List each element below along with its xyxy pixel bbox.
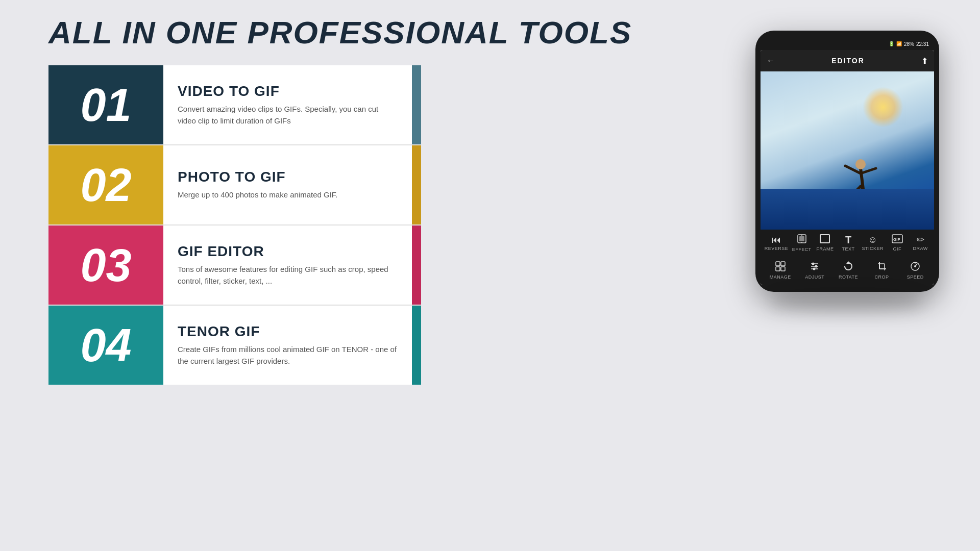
toolbar-gif[interactable]: GIF GIF [888, 234, 907, 252]
svg-point-19 [812, 263, 815, 265]
feature-content-2: PHOTO TO GIF Merge up to 400 photos to m… [163, 145, 412, 224]
svg-rect-14 [776, 262, 780, 266]
status-bar: 🔋 📶 28% 22:31 [761, 38, 934, 50]
feature-content-3: GIF EDITOR Tons of awesome features for … [163, 226, 412, 305]
svg-line-31 [915, 264, 917, 266]
svg-point-21 [815, 265, 818, 268]
toolbar-manage[interactable]: MANAGE [770, 261, 791, 280]
feature-number-box-3: 03 [48, 226, 163, 305]
phone-screen: ← EDITOR ⬆ [761, 50, 934, 285]
toolbar-row-2: MANAGE ADJUST [761, 256, 934, 285]
speed-icon [910, 261, 920, 273]
feature-desc-3: Tons of awesome features for editing GIF… [178, 264, 398, 287]
feature-number-box-4: 04 [48, 306, 163, 385]
rotate-label: ROTATE [839, 274, 858, 280]
back-button[interactable]: ← [767, 56, 775, 65]
feature-title-2: PHOTO TO GIF [178, 169, 398, 185]
time-text: 22:31 [916, 41, 929, 47]
toolbar-reverse[interactable]: ⏮ REVERSE [765, 235, 789, 251]
feature-content-1: VIDEO TO GIF Convert amazing video clips… [163, 65, 412, 144]
svg-rect-15 [781, 262, 785, 266]
feature-desc-1: Convert amazing video clips to GIFs. Spe… [178, 104, 398, 127]
feature-item-3: 03 GIF EDITOR Tons of awesome features f… [48, 224, 421, 305]
manage-label: MANAGE [770, 274, 791, 280]
adjust-icon [810, 261, 820, 273]
toolbar-crop[interactable]: CROP [872, 261, 892, 280]
speed-label: SPEED [907, 274, 924, 280]
feature-content-4: TENOR GIF Create GIFs from millions cool… [163, 306, 412, 385]
toolbar-draw[interactable]: ✏ DRAW [911, 235, 930, 251]
feature-desc-2: Merge up to 400 photos to make animated … [178, 189, 398, 201]
toolbar-speed[interactable]: SPEED [905, 261, 925, 280]
svg-text:GIF: GIF [893, 237, 900, 242]
svg-rect-16 [776, 267, 780, 271]
draw-icon: ✏ [917, 235, 924, 244]
feature-number-box-2: 02 [48, 145, 163, 224]
feature-number-2: 02 [80, 162, 131, 208]
frame-icon [820, 234, 830, 245]
effect-icon [797, 234, 807, 245]
feature-item-4: 04 TENOR GIF Create GIFs from millions c… [48, 305, 421, 385]
svg-point-23 [813, 268, 816, 270]
water-area [761, 189, 934, 230]
text-label: TEXT [842, 246, 854, 252]
svg-point-32 [915, 262, 916, 264]
sticker-icon: ☺ [868, 235, 877, 244]
toolbar-row-1: ⏮ REVERSE EFFECT [761, 230, 934, 256]
sticker-label: STICKER [862, 246, 884, 251]
feature-title-3: GIF EDITOR [178, 243, 398, 260]
feature-accent-3 [412, 226, 421, 305]
feature-item-2: 02 PHOTO TO GIF Merge up to 400 photos t… [48, 144, 421, 224]
feature-accent-1 [412, 65, 421, 144]
feature-list: 01 VIDEO TO GIF Convert amazing video cl… [48, 65, 421, 385]
svg-line-4 [861, 168, 876, 173]
crop-label: CROP [875, 274, 889, 280]
effect-label: EFFECT [792, 247, 812, 252]
toolbar-text[interactable]: T TEXT [839, 235, 858, 252]
svg-point-2 [855, 159, 866, 169]
svg-rect-17 [781, 267, 785, 271]
phone-mockup: 🔋 📶 28% 22:31 ← EDITOR ⬆ [755, 31, 939, 292]
feature-desc-4: Create GIFs from millions cool animated … [178, 344, 398, 367]
phone-device: 🔋 📶 28% 22:31 ← EDITOR ⬆ [755, 31, 939, 292]
feature-title-4: TENOR GIF [178, 323, 398, 340]
app-header-title: EDITOR [831, 57, 865, 65]
svg-rect-8 [799, 236, 804, 241]
crop-icon [877, 261, 887, 273]
manage-icon [775, 261, 786, 273]
reverse-label: REVERSE [765, 246, 789, 251]
rotate-icon [843, 261, 853, 273]
feature-number-1: 01 [80, 82, 131, 128]
toolbar-sticker[interactable]: ☺ STICKER [862, 235, 884, 251]
gif-label: GIF [893, 246, 901, 252]
app-header: ← EDITOR ⬆ [761, 50, 934, 71]
feature-item-1: 01 VIDEO TO GIF Convert amazing video cl… [48, 65, 421, 144]
text-icon: T [845, 235, 851, 245]
toolbar-frame[interactable]: FRAME [815, 234, 835, 252]
toolbar-effect[interactable]: EFFECT [792, 234, 812, 252]
share-button[interactable]: ⬆ [921, 56, 928, 66]
feature-accent-2 [412, 145, 421, 224]
feature-accent-4 [412, 306, 421, 385]
feature-number-box-1: 01 [48, 65, 163, 144]
sun-glow [863, 87, 903, 128]
reverse-icon: ⏮ [772, 235, 781, 244]
page-title: ALL IN ONE PROFESSIONAL TOOLS [48, 14, 632, 51]
toolbar-adjust[interactable]: ADJUST [805, 261, 824, 280]
image-preview [761, 71, 934, 230]
draw-label: DRAW [913, 246, 928, 251]
feature-title-1: VIDEO TO GIF [178, 83, 398, 99]
battery-text: 28% [904, 41, 914, 47]
phone-shadow [771, 292, 924, 312]
toolbar-rotate[interactable]: ROTATE [839, 261, 858, 280]
svg-rect-11 [820, 235, 829, 243]
gif-icon: GIF [892, 234, 903, 245]
adjust-label: ADJUST [805, 274, 824, 280]
frame-label: FRAME [816, 246, 834, 252]
feature-number-3: 03 [80, 242, 131, 288]
feature-number-4: 04 [80, 322, 131, 368]
